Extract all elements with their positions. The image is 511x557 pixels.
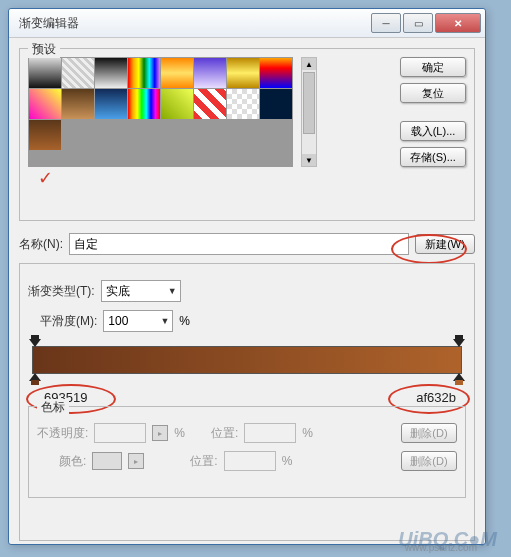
preset-swatch[interactable]	[128, 89, 160, 119]
gtype-select[interactable]: 实底	[101, 280, 181, 302]
preset-swatch[interactable]	[161, 58, 193, 88]
preset-swatch[interactable]	[95, 58, 127, 88]
svg-rect-3	[455, 335, 463, 340]
stops-legend: 色标	[37, 399, 69, 416]
new-button[interactable]: 新建(W)	[415, 234, 475, 254]
preset-swatch[interactable]	[227, 89, 259, 119]
preset-fieldset: 预设 ▲ ▼ 确定 复位 载入(L)... 存储(S)...	[19, 48, 475, 221]
smooth-select[interactable]: 100	[103, 310, 173, 332]
preset-swatches[interactable]	[28, 57, 293, 167]
preset-swatch[interactable]	[95, 89, 127, 119]
opacity-field	[94, 423, 146, 443]
svg-marker-0	[29, 339, 41, 347]
gradient-editor-window: 渐变编辑器 ─ ▭ ✕ 预设 ▲ ▼ 确定 复位	[8, 8, 486, 545]
scroll-up-icon[interactable]: ▲	[302, 58, 316, 70]
preset-scrollbar[interactable]: ▲ ▼	[301, 57, 317, 167]
color-label: 颜色:	[59, 453, 86, 470]
close-button[interactable]: ✕	[435, 13, 481, 33]
stops-fieldset: 色标 不透明度: ▸ % 位置: % 删除(D) 颜色: ▸ 位置:	[28, 406, 466, 498]
titlebar[interactable]: 渐变编辑器 ─ ▭ ✕	[9, 9, 485, 38]
preset-swatch[interactable]	[227, 58, 259, 88]
chevron-right-icon: ▸	[152, 425, 168, 441]
preset-swatch[interactable]	[29, 89, 61, 119]
color-stop-right[interactable]	[453, 373, 465, 385]
preset-swatch[interactable]	[260, 89, 292, 119]
preset-swatch[interactable]	[194, 89, 226, 119]
preset-legend: 预设	[28, 41, 60, 58]
maximize-button[interactable]: ▭	[403, 13, 433, 33]
chevron-right-icon-2: ▸	[128, 453, 144, 469]
opacity-stop-left[interactable]	[29, 335, 41, 347]
svg-marker-6	[453, 373, 465, 381]
gradient-fieldset: 渐变类型(T): 实底 平滑度(M): 100 % 693519 af632b …	[19, 263, 475, 541]
delete-color-button: 删除(D)	[401, 451, 457, 471]
preset-swatch[interactable]	[194, 58, 226, 88]
window-title: 渐变编辑器	[19, 15, 369, 32]
color-stop-left[interactable]	[29, 373, 41, 385]
name-label: 名称(N):	[19, 236, 63, 253]
save-button[interactable]: 存储(S)...	[400, 147, 466, 167]
gtype-label: 渐变类型(T):	[28, 283, 95, 300]
scroll-thumb[interactable]	[303, 72, 315, 134]
preset-swatch[interactable]	[128, 58, 160, 88]
svg-marker-2	[453, 339, 465, 347]
position-label-1: 位置:	[211, 425, 238, 442]
hex-right: af632b	[416, 390, 456, 405]
preset-swatch[interactable]	[29, 58, 61, 88]
name-input[interactable]	[69, 233, 409, 255]
ok-button[interactable]: 确定	[400, 57, 466, 77]
delete-opacity-button: 删除(D)	[401, 423, 457, 443]
preset-swatch[interactable]	[29, 120, 61, 150]
opacity-label: 不透明度:	[37, 425, 88, 442]
name-row: 名称(N): 新建(W)	[19, 233, 475, 255]
color-box	[92, 452, 122, 470]
minimize-button[interactable]: ─	[371, 13, 401, 33]
pct-label: %	[179, 314, 190, 328]
svg-rect-1	[31, 335, 39, 340]
svg-rect-5	[31, 380, 39, 385]
selected-check-icon: ✓	[38, 167, 53, 189]
position-label-2: 位置:	[190, 453, 217, 470]
svg-rect-7	[455, 380, 463, 385]
preset-swatch[interactable]	[62, 89, 94, 119]
smooth-label: 平滑度(M):	[40, 313, 97, 330]
svg-marker-4	[29, 373, 41, 381]
small-watermark: www.psanz.com	[405, 542, 477, 553]
reset-button[interactable]: 复位	[400, 83, 466, 103]
preset-swatch[interactable]	[161, 89, 193, 119]
load-button[interactable]: 载入(L)...	[400, 121, 466, 141]
preset-swatch[interactable]	[260, 58, 292, 88]
position-field-1	[244, 423, 296, 443]
position-field-2	[224, 451, 276, 471]
scroll-down-icon[interactable]: ▼	[302, 154, 316, 166]
preset-swatch[interactable]	[62, 58, 94, 88]
opacity-stop-right[interactable]	[453, 335, 465, 347]
dialog-body: 预设 ▲ ▼ 确定 复位 载入(L)... 存储(S)...	[9, 38, 485, 557]
gradient-bar[interactable]	[32, 346, 462, 374]
